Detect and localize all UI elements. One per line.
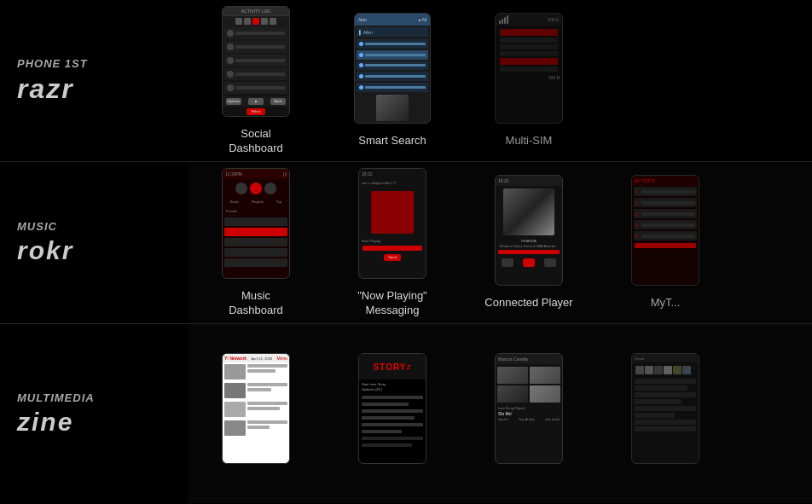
search-photo-thumb bbox=[376, 95, 409, 121]
storyz-feature[interactable]: STORYZ Start here StoryUpdates (26 ) bbox=[324, 345, 461, 483]
music-category: MUSIC bbox=[17, 220, 57, 233]
contact-text-3 bbox=[235, 59, 285, 62]
multimedia-features: Y! Network April 21, 2008 Menu bbox=[188, 345, 812, 483]
multimedia-section-label: MULTIMEDIA zine bbox=[0, 324, 188, 503]
contact-avatar-1 bbox=[227, 30, 234, 37]
send-btn: Send bbox=[384, 254, 401, 261]
music-list-2 bbox=[224, 228, 287, 236]
top5-row-3: 3 bbox=[634, 209, 697, 218]
smart-search-screen: Alan ● All ▌ Allen bbox=[354, 13, 431, 124]
top5-row-1: 1 bbox=[634, 187, 697, 196]
youtube-screen: Y! Network April 21, 2008 Menu bbox=[222, 353, 290, 464]
multi-sim-label: Multi-SIM bbox=[506, 134, 553, 148]
activity-icon-5 bbox=[270, 18, 276, 25]
social-dashboard-feature[interactable]: ACTIVITY LOG bbox=[188, 0, 324, 164]
contact-avatar-5 bbox=[227, 84, 234, 91]
phone-section-label: PHONE 1ST razr bbox=[0, 0, 188, 161]
connected-player-screen: 18:22 RIHANNA Rihanna Takes Home 4 VMA A… bbox=[495, 175, 563, 286]
nav-select-btn: Select bbox=[246, 108, 265, 115]
sim-row-4 bbox=[500, 51, 558, 56]
lastfm-screen: Marcus Canella Last Song bbox=[495, 353, 563, 464]
social-dashboard-screen: ACTIVITY LOG bbox=[222, 6, 290, 117]
contact-text-5 bbox=[235, 86, 285, 90]
nav-back: Back bbox=[270, 98, 286, 105]
yt-thumb-3 bbox=[224, 402, 246, 417]
smart-search-feature[interactable]: Alan ● All ▌ Allen bbox=[324, 4, 461, 157]
activity-icon-4 bbox=[261, 18, 268, 25]
sim-row-5 bbox=[500, 58, 558, 65]
now-playing-art bbox=[371, 191, 414, 234]
social-mm-screen: Social bbox=[631, 353, 699, 464]
contact-avatar-3 bbox=[227, 57, 234, 64]
search-result-5 bbox=[357, 83, 428, 92]
top5-row-5: 5 bbox=[634, 231, 697, 240]
multi-sim-feature[interactable]: SIM A SIM B Multi-SIM bbox=[461, 4, 597, 157]
contact-row-5 bbox=[224, 82, 287, 94]
social-mm-feature[interactable]: Social bbox=[597, 345, 734, 483]
music-list-3 bbox=[224, 238, 287, 246]
multimedia-section: MULTIMEDIA zine Y! Network April 21, 200… bbox=[0, 324, 812, 503]
music-list-1 bbox=[224, 217, 287, 226]
nav-up: ▲ bbox=[248, 98, 264, 105]
prev-btn bbox=[502, 258, 513, 267]
search-result-1 bbox=[357, 39, 428, 49]
contact-row-4 bbox=[224, 68, 287, 80]
activity-icon-3 bbox=[252, 18, 259, 25]
contact-text-2 bbox=[235, 45, 285, 49]
search-result-2 bbox=[357, 50, 428, 60]
storyz-logo-img: STORYZ bbox=[359, 354, 426, 379]
contact-row-3 bbox=[224, 55, 287, 67]
now-playing-feature[interactable]: 18:22 can u simply bottle it ?! Now Play… bbox=[324, 159, 461, 327]
music-dashboard-feature[interactable]: 12:30PM ||| Radio Playlists Top Friends bbox=[188, 159, 324, 327]
play-btn bbox=[523, 258, 535, 267]
youtube-feature[interactable]: Y! Network April 21, 2008 Menu bbox=[188, 345, 324, 483]
music-list-4 bbox=[224, 248, 287, 257]
storyz-screen: STORYZ Start here StoryUpdates (26 ) bbox=[358, 353, 426, 464]
sim-row-6 bbox=[500, 67, 558, 72]
mytop5-feature[interactable]: MY TOP 5 1 2 3 4 5 bbox=[597, 166, 734, 319]
lastfm-cell-2 bbox=[530, 367, 560, 384]
music-section: MUSIC rokr 12:30PM ||| Radio Playlists T… bbox=[0, 162, 812, 324]
sim-row-3 bbox=[500, 44, 558, 49]
phone-features: ACTIVITY LOG bbox=[188, 0, 812, 164]
contact-text-1 bbox=[235, 32, 285, 35]
yt-thumb-2 bbox=[224, 383, 246, 398]
lastfm-cell-3 bbox=[497, 385, 528, 403]
next-btn bbox=[544, 258, 556, 267]
rokr-logo: rokr bbox=[17, 236, 73, 265]
search-result-3 bbox=[357, 61, 428, 71]
music-dashboard-screen: 12:30PM ||| Radio Playlists Top Friends bbox=[222, 168, 290, 279]
activity-icon-1 bbox=[235, 18, 242, 25]
multimedia-category: MULTIMEDIA bbox=[17, 391, 95, 404]
top5-row-2: 2 bbox=[634, 198, 697, 207]
contact-avatar-4 bbox=[227, 71, 234, 78]
connected-player-label: Connected Player bbox=[484, 296, 572, 310]
mytop5-label: MyT... bbox=[651, 296, 681, 310]
razr-logo: razr bbox=[17, 73, 74, 105]
phone-section: PHONE 1ST razr ACTIVITY LOG bbox=[0, 0, 812, 162]
lastfm-cell-1 bbox=[497, 367, 528, 384]
zine-logo: zine bbox=[17, 408, 73, 437]
search-result-4 bbox=[357, 72, 428, 81]
mytop5-screen: MY TOP 5 1 2 3 4 5 bbox=[631, 175, 699, 286]
top5-row-4: 4 bbox=[634, 220, 697, 229]
now-playing-screen: 18:22 can u simply bottle it ?! Now Play… bbox=[358, 168, 426, 279]
music-list-5 bbox=[224, 258, 287, 267]
connected-player-feature[interactable]: 18:22 RIHANNA Rihanna Takes Home 4 VMA A… bbox=[461, 166, 597, 319]
contact-avatar-2 bbox=[227, 43, 234, 50]
music-icon-radio bbox=[235, 182, 247, 194]
lastfm-cell-4 bbox=[530, 385, 560, 403]
music-dashboard-label: MusicDashboard bbox=[229, 289, 283, 318]
contact-row-1 bbox=[224, 27, 287, 39]
sim-row-1 bbox=[500, 29, 558, 36]
contact-row-2 bbox=[224, 41, 287, 53]
social-dashboard-label: SocialDashboard bbox=[229, 127, 283, 156]
yt-thumb-4 bbox=[224, 420, 246, 436]
music-icon-play bbox=[250, 182, 262, 194]
connected-progress bbox=[498, 250, 560, 254]
nav-options: Options bbox=[226, 98, 241, 105]
razr-nav-bar: Options ▲ Back bbox=[223, 96, 289, 107]
lastfm-feature[interactable]: Marcus Canella Last Song bbox=[461, 345, 597, 483]
sim-row-2 bbox=[500, 38, 558, 43]
yt-thumb-1 bbox=[224, 364, 246, 379]
